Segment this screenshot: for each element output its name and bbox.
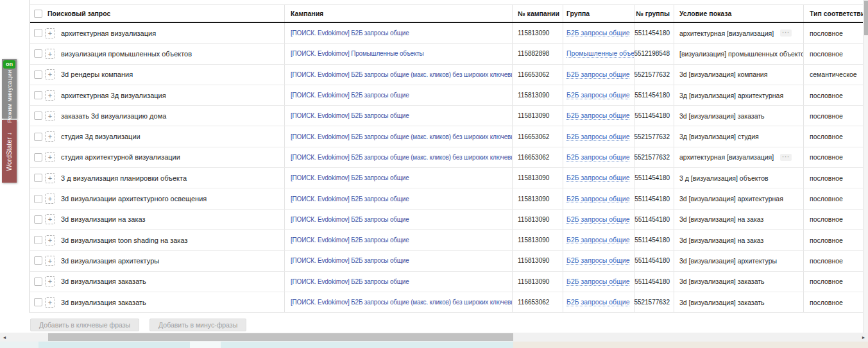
group-link[interactable]: Б2Б запросы общие [566, 174, 629, 182]
row-checkbox[interactable] [34, 236, 42, 244]
query-cell: + 3d визуализация заказать [30, 292, 284, 312]
group-link[interactable]: Б2Б запросы общие [566, 195, 629, 203]
condition-more-icon[interactable]: ··· [780, 29, 792, 37]
add-phrase-plus-button[interactable]: + [45, 28, 55, 38]
campaign-link[interactable]: [ПОИСК. Evdokimov] Б2Б запросы общие [291, 257, 409, 264]
vertical-scrollbar-thumb[interactable] [864, 1, 868, 35]
row-checkbox[interactable] [34, 298, 42, 306]
group-link[interactable]: Б2Б запросы общие [566, 236, 629, 244]
row-checkbox[interactable] [34, 174, 42, 182]
header-campaign: Кампания [284, 5, 512, 22]
campaign-link[interactable]: [ПОИСК. Evdokimov] Б2Б запросы общие [291, 29, 409, 37]
row-checkbox[interactable] [34, 112, 42, 120]
scroll-left-arrow-icon[interactable]: ◄ [0, 333, 9, 342]
add-phrase-plus-button[interactable]: + [45, 90, 55, 101]
campaign-link[interactable]: [ПОИСК. Evdokimov] Б2Б запросы общие [291, 278, 409, 285]
campaign-link[interactable]: [ПОИСК. Evdokimov] Б2Б запросы общие [291, 195, 409, 203]
group-cell: Б2Б запросы общие [563, 272, 634, 292]
horizontal-scrollbar-thumb[interactable] [48, 333, 513, 341]
select-all-checkbox[interactable] [34, 10, 42, 18]
campaign-id-cell: 115882898 [512, 44, 563, 63]
row-checkbox[interactable] [34, 29, 42, 37]
campaign-link[interactable]: [ПОИСК. Evdokimov] Б2Б запросы общие [291, 236, 409, 244]
query-text: 3d визуализации на заказ [61, 215, 146, 223]
campaign-link[interactable]: [ПОИСК. Evdokimov] Промышленные объекты [291, 50, 424, 57]
add-phrase-plus-button[interactable]: + [45, 297, 55, 308]
campaign-link[interactable]: [ПОИСК. Evdokimov] Б2Б запросы общие (ма… [291, 71, 512, 78]
query-text: студия 3д визуализации [61, 133, 140, 140]
add-phrase-plus-button[interactable]: + [45, 49, 55, 59]
condition-cell: 3d [визуализация] архитектурная [674, 188, 803, 208]
group-link[interactable]: Б2Б запросы общие [566, 112, 629, 120]
scroll-right-arrow-icon[interactable]: ► [859, 333, 868, 342]
group-cell: Б2Б запросы общие [563, 147, 634, 167]
add-phrase-plus-button[interactable]: + [45, 235, 55, 245]
add-phrase-plus-button[interactable]: + [45, 256, 55, 266]
row-checkbox[interactable] [34, 215, 42, 224]
group-link[interactable]: Б2Б запросы общие [566, 133, 629, 141]
query-text: архитектурная 3д визуализация [61, 92, 166, 99]
campaign-cell: [ПОИСК. Evdokimov] Б2Б запросы общие [284, 251, 512, 270]
campaign-cell: [ПОИСК. Evdokimov] Б2Б запросы общие [284, 23, 512, 43]
group-cell: Б2Б запросы общие [563, 23, 634, 43]
header-query-label: Поисковый запрос [47, 10, 110, 17]
campaign-link[interactable]: [ПОИСК. Evdokimov] Б2Б запросы общие (ма… [291, 133, 512, 140]
group-link[interactable]: Б2Б запросы общие [566, 29, 629, 37]
condition-text: 3d [визуализация] на заказ [679, 215, 763, 223]
row-checkbox[interactable] [34, 133, 42, 141]
condition-more-icon[interactable]: ··· [780, 154, 792, 161]
group-link[interactable]: Б2Б запросы общие [566, 215, 629, 224]
row-checkbox[interactable] [34, 91, 42, 99]
campaign-id-cell: 116653062 [512, 147, 563, 167]
group-link[interactable]: Б2Б запросы общие [566, 298, 629, 306]
row-checkbox[interactable] [34, 256, 42, 265]
condition-cell: 3d [визуализация] компания [674, 65, 803, 85]
condition-text: 3d [визуализация] архитектуры [679, 257, 777, 265]
minus-mode-tab[interactable]: on Режим минусации [2, 59, 17, 119]
add-phrase-plus-button[interactable]: + [45, 131, 55, 142]
match-type-cell: пословное [803, 251, 863, 270]
add-to-keywords-button[interactable]: Добавить в ключевые фразы [30, 319, 139, 331]
campaign-link[interactable]: [ПОИСК. Evdokimov] Б2Б запросы общие [291, 216, 409, 223]
row-checkbox[interactable] [34, 153, 42, 162]
add-to-minus-button[interactable]: Добавить в минус-фразы [149, 319, 246, 331]
horizontal-scrollbar[interactable]: ◄ ► [0, 333, 868, 342]
group-link[interactable]: Б2Б запросы общие [566, 70, 629, 79]
group-link[interactable]: Б2Б запросы общие [566, 153, 629, 162]
group-link[interactable]: Б2Б запросы общие [566, 256, 629, 265]
add-phrase-plus-button[interactable]: + [45, 173, 55, 183]
wordstater-tab[interactable]: WordStater ↓ [2, 120, 17, 183]
add-phrase-plus-button[interactable]: + [45, 214, 55, 224]
row-checkbox[interactable] [34, 70, 42, 79]
condition-text: 3d [визуализация] заказать [679, 278, 765, 285]
add-phrase-plus-button[interactable]: + [45, 111, 55, 121]
group-cell: Б2Б запросы общие [563, 65, 634, 85]
add-phrase-plus-button[interactable]: + [45, 194, 55, 204]
group-id-cell: 5511454180 [634, 230, 674, 250]
group-link[interactable]: Промышленные объекты [566, 49, 634, 58]
table-row: + 3d визуализация архитектуры [ПОИСК. Ev… [30, 251, 863, 271]
campaign-link[interactable]: [ПОИСК. Evdokimov] Б2Б запросы общие [291, 92, 409, 99]
group-link[interactable]: Б2Б запросы общие [566, 278, 629, 286]
vertical-scrollbar[interactable] [863, 0, 868, 333]
campaign-link[interactable]: [ПОИСК. Evdokimov] Б2Б запросы общие [291, 112, 409, 119]
match-type-cell: семантическое [803, 65, 863, 85]
row-checkbox[interactable] [34, 195, 42, 203]
condition-cell: 3 д [визуализация] объектов [674, 168, 803, 188]
group-link[interactable]: Б2Б запросы общие [566, 91, 629, 99]
row-checkbox[interactable] [34, 278, 42, 286]
condition-text: архитектурная [визуализация] [679, 29, 774, 37]
row-checkbox[interactable] [34, 49, 42, 58]
campaign-link[interactable]: [ПОИСК. Evdokimov] Б2Б запросы общие [291, 174, 409, 181]
campaign-id-cell: 115813090 [512, 23, 563, 43]
campaign-link[interactable]: [ПОИСК. Evdokimov] Б2Б запросы общие (ма… [291, 154, 512, 161]
add-phrase-plus-button[interactable]: + [45, 276, 55, 286]
add-phrase-plus-button[interactable]: + [45, 152, 55, 162]
match-type-cell: пословное [803, 230, 863, 250]
query-text: 3 д визуализация планировки объекта [61, 174, 187, 182]
group-cell: Б2Б запросы общие [563, 251, 634, 270]
add-phrase-plus-button[interactable]: + [45, 69, 55, 79]
campaign-id-cell: 116653062 [512, 292, 563, 312]
campaign-link[interactable]: [ПОИСК. Evdokimov] Б2Б запросы общие (ма… [291, 299, 512, 306]
query-text: визуализация промышленных объектов [61, 50, 192, 58]
